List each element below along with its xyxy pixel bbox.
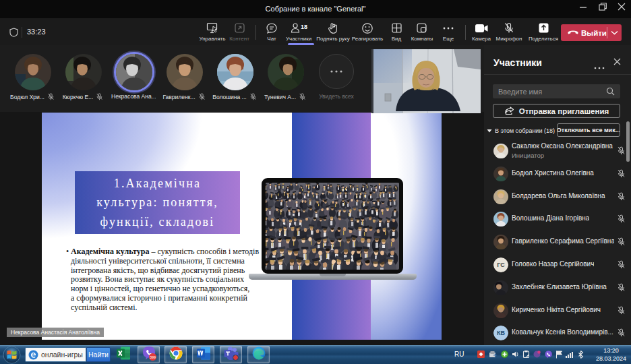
svg-text:18: 18 <box>301 24 307 30</box>
svg-text:399: 399 <box>149 355 155 359</box>
